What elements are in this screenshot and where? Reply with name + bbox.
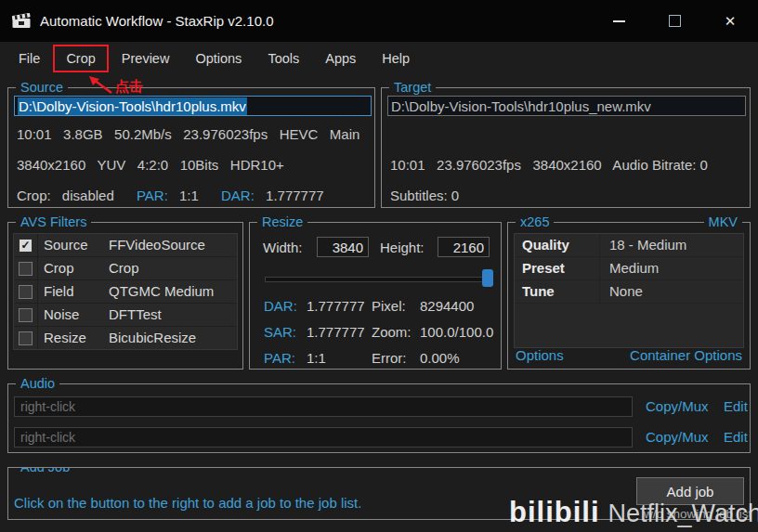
bilibili-logo: bilibili — [509, 496, 600, 529]
avs-source-checkbox[interactable]: ✓ — [14, 234, 38, 256]
resize-stats-row: DAR:1.777777Pixel:8294400 — [264, 298, 474, 315]
avs-row-noise[interactable]: Noise DFTTest — [14, 304, 237, 327]
close-icon: ✕ — [725, 13, 737, 30]
app-icon — [12, 13, 31, 29]
add-job-hint: Click on the button to the right to add … — [14, 495, 361, 511]
maximize-button[interactable] — [647, 0, 702, 42]
avs-filter-value: Crop — [103, 257, 237, 279]
height-label: Height: — [380, 240, 425, 255]
x265-settings-table: Quality 18 - Medium Preset Medium Tune N… — [514, 233, 744, 348]
options-link[interactable]: Options — [516, 347, 564, 363]
maximize-icon — [669, 15, 681, 27]
x265-setting-value: None — [600, 280, 743, 303]
avs-filters-group: AVS Filters ✓ Source FFVideoSource Crop … — [7, 222, 243, 370]
target-info-line2: Subtitles: 0 — [390, 188, 459, 203]
avs-filter-value: DFTTest — [103, 304, 237, 326]
audio-track1-edit-link[interactable]: Edit — [724, 396, 748, 417]
menu-preview[interactable]: Preview — [109, 45, 183, 72]
audio-track2-edit-link[interactable]: Edit — [724, 427, 748, 448]
dar-label: DAR: — [264, 298, 307, 315]
audio-group-title: Audio — [16, 375, 59, 392]
source-info-line1: 10:01 3.8GB 50.2Mb/s 23.976023fps HEVC M… — [17, 126, 359, 142]
target-path-text: D:\Dolby-Vision-Tools\hdr10plus_new.mkv — [391, 98, 651, 114]
pixel-label: Pixel: — [372, 298, 420, 315]
sar-label: SAR: — [264, 324, 307, 341]
sar-value: 1.777777 — [307, 324, 364, 341]
audio-group: Audio Copy/Mux Edit Copy/Mux Edit — [7, 383, 751, 453]
zoom-label: Zoom: — [372, 324, 420, 341]
avs-filter-value: FFVideoSource — [103, 234, 237, 256]
avs-noise-checkbox[interactable] — [14, 304, 38, 326]
audio-track2-input[interactable] — [14, 427, 633, 448]
menu-crop[interactable]: Crop — [53, 45, 108, 72]
avs-filter-value: QTGMC Medium — [103, 280, 237, 303]
source-info-line2: 3840x2160 YUV 4:2:0 10Bits HDR10+ — [17, 157, 284, 173]
x265-setting-name: Quality — [515, 234, 600, 256]
avs-row-crop[interactable]: Crop Crop — [14, 257, 237, 280]
avs-filters-group-title: AVS Filters — [16, 214, 91, 230]
checkbox-unchecked-icon — [19, 331, 33, 345]
source-dar-value: 1.777777 — [266, 188, 324, 203]
close-button[interactable]: ✕ — [702, 0, 758, 42]
source-crop-value: disabled — [62, 188, 114, 203]
avs-filter-table: ✓ Source FFVideoSource Crop Crop Field Q… — [13, 233, 238, 350]
error-label: Error: — [372, 350, 420, 367]
menu-help[interactable]: Help — [369, 45, 423, 72]
x265-group: x265 MKV Quality 18 - Medium Preset Medi… — [507, 222, 751, 370]
resize-slider-handle[interactable] — [482, 269, 493, 287]
title-bar: Automatic Workflow - StaxRip v2.10.0 ✕ — [0, 0, 758, 42]
annotation-arrow-icon — [87, 74, 115, 97]
avs-crop-checkbox[interactable] — [14, 257, 38, 279]
width-input[interactable] — [317, 237, 369, 257]
pixel-value: 8294400 — [420, 298, 474, 315]
avs-resize-checkbox[interactable] — [14, 327, 38, 349]
menu-options[interactable]: Options — [182, 45, 255, 72]
checkbox-unchecked-icon — [19, 262, 33, 276]
avs-filter-name: Resize — [38, 327, 103, 349]
source-dar-label: DAR: — [221, 188, 255, 203]
menu-tools[interactable]: Tools — [255, 45, 312, 72]
resize-group: Resize Width: Height: DAR:1.777777Pixel:… — [249, 222, 502, 370]
add-job-group-title: Add Job — [16, 467, 74, 475]
minimize-button[interactable] — [591, 0, 647, 42]
container-format-label[interactable]: MKV — [704, 214, 742, 230]
menu-apps[interactable]: Apps — [312, 45, 369, 72]
avs-filter-name: Crop — [38, 257, 103, 279]
audio-track1-input[interactable] — [14, 396, 633, 417]
avs-field-checkbox[interactable] — [14, 280, 38, 303]
audio-track2-copymux-link[interactable]: Copy/Mux — [646, 427, 709, 448]
avs-filter-name: Field — [38, 280, 103, 303]
watermark-username: Netflix_Watcher — [608, 500, 758, 528]
x265-preset-row[interactable]: Preset Medium — [515, 257, 743, 280]
source-crop-label: Crop: — [17, 188, 51, 203]
source-group: Source D:\Dolby-Vision-Tools\hdr10plus.m… — [7, 87, 375, 208]
error-value: 0.00% — [420, 350, 460, 367]
avs-row-resize[interactable]: Resize BicubicResize — [14, 327, 237, 349]
x265-links-row: Options Container Options — [516, 347, 742, 363]
par-value: 1:1 — [307, 350, 364, 367]
par-label: PAR: — [264, 350, 307, 367]
width-label: Width: — [263, 240, 303, 255]
audio-track1-copymux-link[interactable]: Copy/Mux — [646, 396, 709, 417]
avs-row-field[interactable]: Field QTGMC Medium — [14, 280, 237, 304]
checkbox-checked-icon: ✓ — [19, 239, 33, 253]
resize-slider-track[interactable] — [265, 277, 486, 282]
x265-setting-name: Tune — [515, 280, 600, 303]
minimize-icon — [613, 20, 625, 22]
target-group: Target D:\Dolby-Vision-Tools\hdr10plus_n… — [381, 87, 751, 208]
x265-setting-name: Preset — [515, 257, 600, 279]
avs-row-source[interactable]: ✓ Source FFVideoSource — [14, 234, 237, 257]
container-options-link[interactable]: Container Options — [630, 347, 742, 363]
menu-file[interactable]: File — [6, 45, 53, 72]
x265-quality-row[interactable]: Quality 18 - Medium — [515, 234, 743, 257]
source-path-field[interactable]: D:\Dolby-Vision-Tools\hdr10plus.mkv — [14, 96, 372, 116]
height-input[interactable] — [438, 237, 490, 257]
x265-group-title: x265 — [516, 214, 554, 230]
target-path-field[interactable]: D:\Dolby-Vision-Tools\hdr10plus_new.mkv — [387, 96, 746, 116]
x265-setting-value: Medium — [600, 257, 743, 279]
x265-tune-row[interactable]: Tune None — [515, 280, 743, 304]
target-group-title: Target — [389, 79, 436, 96]
window-controls: ✕ — [591, 0, 758, 42]
avs-filter-name: Source — [38, 234, 103, 256]
annotation-text: 点击 — [115, 78, 143, 96]
